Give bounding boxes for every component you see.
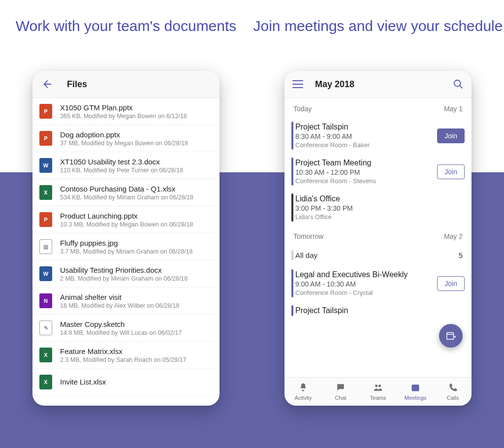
file-row[interactable]: ▨ Fluffy puppies.jpg 3.7 MB, Modified by… [32, 233, 220, 260]
headline-left: Work with your team's documents [16, 17, 237, 71]
section-label: Tomorrow [293, 232, 323, 240]
event-time: 8:30 AM - 9:00 AM [295, 132, 437, 140]
file-row[interactable]: P Dog adoption.pptx 37 MB, Modified by M… [32, 125, 220, 152]
tab-calls[interactable]: Calls [434, 378, 472, 406]
file-name: X1050 GTM Plan.pptx [60, 103, 187, 112]
file-row[interactable]: ✎ Master Copy.sketch 14.8 MB, Modified b… [32, 315, 220, 342]
tab-label: Calls [447, 395, 459, 401]
tab-label: Teams [370, 395, 386, 401]
file-name: Invite List.xlsx [60, 378, 106, 386]
file-meta: 365 KB, Modified by Megan Bowen on 6/12/… [60, 113, 187, 120]
file-type-icon: X [37, 184, 54, 201]
calls-icon [448, 383, 458, 393]
event-title: Project Tailspin [295, 123, 437, 131]
event-location: Lidia's Office [295, 213, 465, 221]
section-header: TomorrowMay 2 [284, 225, 472, 245]
file-row[interactable]: P X1050 GTM Plan.pptx 365 KB, Modified b… [32, 98, 220, 125]
teams-icon [373, 383, 383, 393]
meetings-icon [410, 383, 420, 393]
file-meta: 14.8 MB, Modified by Will Lucas on 06/02… [60, 329, 182, 336]
svg-rect-8 [412, 384, 419, 391]
file-type-icon: N [37, 292, 54, 309]
meeting-row[interactable]: Project Team Meeting 10:30 AM - 12:00 PM… [284, 154, 472, 190]
file-row[interactable]: X Invite List.xlsx [32, 369, 220, 396]
file-type-icon: P [37, 211, 54, 228]
tab-bar: ActivityChatTeamsMeetingsCalls [284, 377, 472, 406]
section-date: May 2 [444, 232, 463, 240]
new-meeting-fab[interactable] [439, 324, 463, 348]
back-arrow-icon[interactable] [41, 79, 52, 90]
file-meta: 110 KB, Modified by Pete Turner on 06/28… [60, 167, 183, 174]
file-row[interactable]: W XT1050 Usability test 2.3.docx 110 KB,… [32, 152, 220, 179]
svg-point-7 [378, 384, 381, 387]
search-icon[interactable] [453, 79, 464, 90]
meeting-row[interactable]: Project Tailspin 8:30 AM - 9:00 AM Confe… [284, 118, 472, 154]
event-accent-bar [291, 158, 293, 186]
activity-icon [298, 383, 308, 393]
meetings-body: TodayMay 1 Project Tailspin 8:30 AM - 9:… [284, 98, 472, 377]
svg-point-6 [375, 384, 378, 387]
file-type-icon: ▨ [37, 238, 54, 255]
tab-meetings[interactable]: Meetings [397, 378, 434, 406]
file-name: Dog adoption.pptx [60, 130, 188, 139]
event-time: 3:00 PM - 3:30 PM [295, 204, 465, 212]
file-name: Animal shelter visit [60, 293, 180, 301]
svg-point-0 [454, 80, 461, 87]
file-meta: 10.3 MB, Modified by Megan Bowen on 06/2… [60, 221, 193, 228]
meeting-row[interactable]: Legal and Executives Bi-Weekly 9:00 AM -… [284, 265, 472, 301]
event-title: Project Tailspin [295, 306, 465, 315]
tab-teams[interactable]: Teams [359, 378, 397, 406]
file-type-icon: P [37, 103, 54, 120]
join-button[interactable]: Join [437, 276, 465, 291]
file-meta: 16 MB, Modified by Alex Wilber on 06/28/… [60, 302, 180, 309]
files-title: Files [67, 79, 87, 90]
hamburger-icon[interactable] [292, 80, 303, 88]
file-type-icon: X [37, 374, 54, 390]
tab-activity[interactable]: Activity [284, 378, 322, 406]
file-name: Product Launching.pptx [60, 212, 193, 220]
file-name: Feature Matrix.xlsx [60, 347, 186, 355]
file-name: Fluffy puppies.jpg [60, 239, 193, 247]
file-row[interactable]: P Product Launching.pptx 10.3 MB, Modifi… [32, 206, 220, 233]
tab-chat[interactable]: Chat [322, 378, 359, 406]
all-day-row[interactable]: All day5 [284, 245, 472, 265]
meeting-row[interactable]: Project Tailspin [284, 301, 472, 320]
phone-files: Files P X1050 GTM Plan.pptx 365 KB, Modi… [32, 71, 220, 406]
file-meta: 534 KB, Modified by Miriam Graham on 06/… [60, 194, 193, 201]
file-row[interactable]: W Usability Testing Priorities.docx 2 MB… [32, 260, 220, 288]
meeting-row[interactable]: Lidia's Office 3:00 PM - 3:30 PM Lidia's… [284, 190, 472, 225]
tab-label: Activity [295, 395, 312, 401]
file-meta: 2 MB, Modified by Miriam Graham on 06/28… [60, 275, 188, 282]
headline-right: Join meetings and view your schedule [253, 17, 503, 71]
event-location: Conference Room - Stevens [295, 177, 437, 185]
all-day-label: All day [295, 251, 317, 259]
file-type-icon: P [37, 130, 54, 147]
event-location: Conference Room - Baker [295, 141, 437, 149]
phone-meetings: May 2018 TodayMay 1 Project Tailspin 8:3… [284, 71, 472, 406]
event-accent-bar [291, 122, 293, 150]
all-day-count: 5 [459, 251, 463, 259]
event-time: 10:30 AM - 12:00 PM [295, 168, 437, 176]
file-type-icon: W [37, 157, 54, 174]
svg-line-1 [460, 86, 463, 89]
tab-label: Meetings [405, 395, 427, 401]
event-accent-bar [291, 269, 293, 297]
file-name: Master Copy.sketch [60, 320, 182, 328]
file-row[interactable]: X Feature Matrix.xlsx 2.3 MB, Modified b… [32, 342, 220, 369]
event-accent-bar [291, 305, 293, 316]
event-time: 9:00 AM - 10:30 AM [295, 280, 437, 288]
join-button[interactable]: Join [437, 164, 465, 179]
chat-icon [336, 383, 346, 393]
section-date: May 1 [444, 105, 463, 113]
files-list: P X1050 GTM Plan.pptx 365 KB, Modified b… [32, 98, 220, 406]
event-title: Legal and Executives Bi-Weekly [295, 270, 437, 279]
file-row[interactable]: X Contoso Purchasing Data - Q1.xlsx 534 … [32, 179, 220, 206]
file-name: Contoso Purchasing Data - Q1.xlsx [60, 185, 193, 193]
files-header: Files [32, 71, 220, 98]
file-type-icon: W [37, 265, 54, 282]
file-row[interactable]: N Animal shelter visit 16 MB, Modified b… [32, 288, 220, 315]
join-button[interactable]: Join [437, 128, 465, 143]
file-type-icon: ✎ [37, 320, 54, 336]
event-title: Lidia's Office [295, 194, 465, 203]
file-meta: 2.3 MB, Modified by Sarah Roach on 05/29… [60, 356, 186, 363]
